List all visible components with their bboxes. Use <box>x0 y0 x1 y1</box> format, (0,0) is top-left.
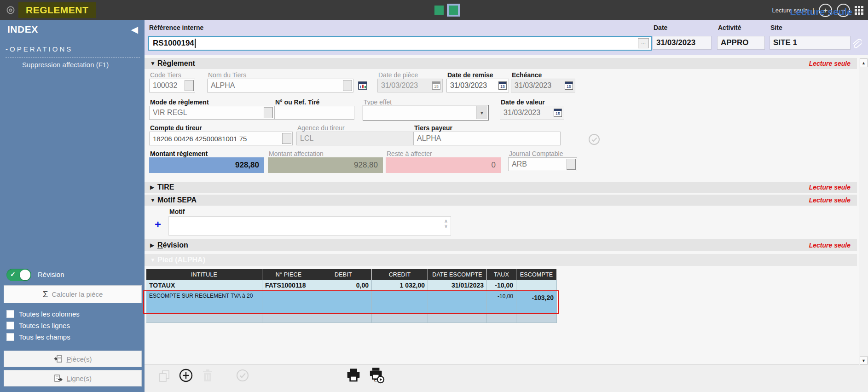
scroll-down-icon[interactable]: ▼ <box>860 356 868 365</box>
column-header-taux: TAUX <box>487 269 516 280</box>
footer-toolbar <box>145 364 868 392</box>
column-header-piece: N° PIECE <box>262 269 315 280</box>
sidebar-item-suppression-affectation[interactable]: Suppression affectation (F1) <box>22 61 109 69</box>
print-icon[interactable] <box>346 368 361 383</box>
checkbox-toutes-lignes[interactable]: Toutes les lignes <box>6 322 70 329</box>
date-remise-value: 31/03/2023 <box>450 81 487 90</box>
date-valeur-label: Date de valeur <box>501 98 545 106</box>
window-indicator-icon[interactable] <box>434 6 444 15</box>
scroll-up-icon[interactable]: ▲ <box>860 58 868 67</box>
ligne-document-icon <box>54 374 63 382</box>
copy-icon[interactable] <box>158 370 170 383</box>
collapse-arrow-icon: ▼ <box>150 60 157 67</box>
section-header-revision[interactable]: ▶ Révision Lecture seule <box>145 239 857 251</box>
pieces-label: Pièce(s) <box>66 355 92 363</box>
column-header-date-escompte: DATE ESCOMPTE <box>428 269 487 280</box>
window-indicator-active-icon[interactable] <box>447 4 460 17</box>
checkbox-tous-champs[interactable]: Tous les champs <box>6 333 70 341</box>
lookup-button[interactable] <box>282 133 291 144</box>
lignes-button[interactable]: Ligne(s) <box>4 370 142 386</box>
collapse-arrow-icon: ▼ <box>150 197 157 203</box>
lookup-button[interactable] <box>343 80 352 91</box>
date-field[interactable]: 31/03/2023 <box>653 36 712 50</box>
activite-field[interactable]: APPRO <box>717 36 765 50</box>
validate-icon[interactable] <box>236 369 249 382</box>
section-header-pied[interactable]: ▼ Pied (ALPHA) <box>145 254 857 266</box>
lookup-button[interactable] <box>567 159 576 170</box>
date-piece-label: Date de pièce <box>378 71 418 79</box>
checkbox-toutes-colonnes[interactable]: Toutes les colonnes <box>6 310 80 318</box>
vertical-scrollbar[interactable]: ▲ ▼ <box>859 58 868 365</box>
reference-browse-button[interactable]: ... <box>638 38 649 48</box>
date-valeur-value: 31/03/2023 <box>503 109 540 117</box>
section-title: Règlement <box>157 59 195 68</box>
compte-tireur-value: 18206 00426 42500081001 75 <box>153 135 247 143</box>
piece-document-icon <box>53 355 63 363</box>
motif-input[interactable]: ∧ ∨ <box>168 216 451 236</box>
echeance-label: Echéance <box>512 71 542 79</box>
cell-credit <box>372 291 428 313</box>
nom-tiers-field[interactable]: ALPHA <box>207 79 353 92</box>
titlebar: REGLEMENT Lecture seule | + − <box>0 0 868 20</box>
type-effet-dropdown[interactable]: ▼ <box>363 105 489 121</box>
reference-input[interactable]: RS1000194 ... <box>148 36 652 51</box>
tiers-detail-icon[interactable] <box>358 81 367 90</box>
spin-down-icon[interactable]: ∨ <box>444 224 448 229</box>
mode-reglement-field[interactable]: VIR REGL <box>149 106 274 120</box>
compte-tireur-field[interactable]: 18206 00426 42500081001 75 <box>149 132 293 145</box>
section-header-reglement[interactable]: ▼ Règlement Lecture seule <box>145 58 857 69</box>
date-remise-field[interactable]: 31/03/2023 15 <box>446 79 509 92</box>
print-export-icon[interactable]: E <box>368 367 385 384</box>
dropdown-arrow-icon[interactable]: ▼ <box>476 106 487 119</box>
spinner-icon[interactable]: ∧ ∨ <box>444 219 448 229</box>
apps-grid-icon[interactable] <box>855 6 863 15</box>
ref-tire-field[interactable] <box>274 106 354 120</box>
sidebar-collapse-icon[interactable]: ◀ <box>131 24 138 35</box>
tiers-payeur-label: Tiers payeur <box>414 124 452 132</box>
journal-comptable-field[interactable]: ARB <box>508 157 577 171</box>
motif-value <box>169 217 172 225</box>
calendar-icon[interactable]: 15 <box>554 109 562 117</box>
column-header-credit: CREDIT <box>372 269 428 280</box>
motif-label: Motif <box>169 208 185 215</box>
lookup-button[interactable] <box>264 107 273 118</box>
echeance-field: 31/03/2023 15 <box>511 79 575 92</box>
table-header-row: INTITULE N° PIECE DEBIT CREDIT DATE ESCO… <box>146 269 557 280</box>
checkbox-label: Toutes les colonnes <box>19 310 80 318</box>
add-icon[interactable] <box>179 368 193 383</box>
add-motif-button[interactable]: + <box>155 219 161 230</box>
eye-icon[interactable] <box>6 6 16 15</box>
montant-reglement-label: Montant règlement <box>150 150 208 157</box>
pieces-button[interactable]: Pièce(s) <box>4 351 142 367</box>
cell-date-escompte <box>428 313 487 323</box>
sidebar-section-operations: -OPERATIONS <box>6 45 140 58</box>
window-title: REGLEMENT <box>18 2 96 18</box>
agence-tireur-value: LCL <box>300 134 313 143</box>
lookup-button[interactable] <box>185 80 194 91</box>
table-row-empty[interactable] <box>146 313 557 323</box>
code-tiers-field[interactable]: 100032 <box>149 79 195 92</box>
section-header-tire[interactable]: ▶ TIRE Lecture seule <box>145 182 857 193</box>
column-header-intitule: INTITULE <box>146 269 262 280</box>
montant-reglement-field[interactable]: 928,80 <box>149 157 264 173</box>
section-prefix: - <box>6 45 10 53</box>
table-row-totaux[interactable]: TOTAUX FATS1000118 0,00 1 032,00 31/01/2… <box>146 280 557 291</box>
calendar-icon[interactable]: 15 <box>498 81 507 90</box>
delete-icon[interactable] <box>202 369 214 383</box>
calendar-icon[interactable]: 15 <box>565 81 573 90</box>
cell-debit <box>315 313 372 323</box>
collapse-arrow-icon: ▼ <box>150 257 157 263</box>
checkbox-icon <box>6 322 14 329</box>
tiers-payeur-field[interactable]: ALPHA <box>413 132 561 145</box>
site-field[interactable]: SITE 1 <box>770 36 851 50</box>
date-valeur-field[interactable]: 31/03/2023 15 <box>500 106 564 120</box>
revision-toggle[interactable]: ✓ <box>6 269 31 281</box>
checkbox-icon <box>6 310 14 318</box>
table-row-selected-escompte[interactable]: ESCOMPTE SUR REGLEMENT TVA à 20 -10,00 -… <box>146 291 557 313</box>
calculer-piece-button[interactable]: Σ Calculer la pièce <box>4 285 142 303</box>
compte-tireur-label: Compte du tireur <box>150 124 202 132</box>
calculer-piece-label: Calculer la pièce <box>52 290 103 298</box>
calendar-icon[interactable]: 15 <box>432 81 440 90</box>
section-header-motif-sepa[interactable]: ▼ Motif SEPA Lecture seule <box>145 195 857 206</box>
paperclip-icon[interactable] <box>851 38 862 50</box>
